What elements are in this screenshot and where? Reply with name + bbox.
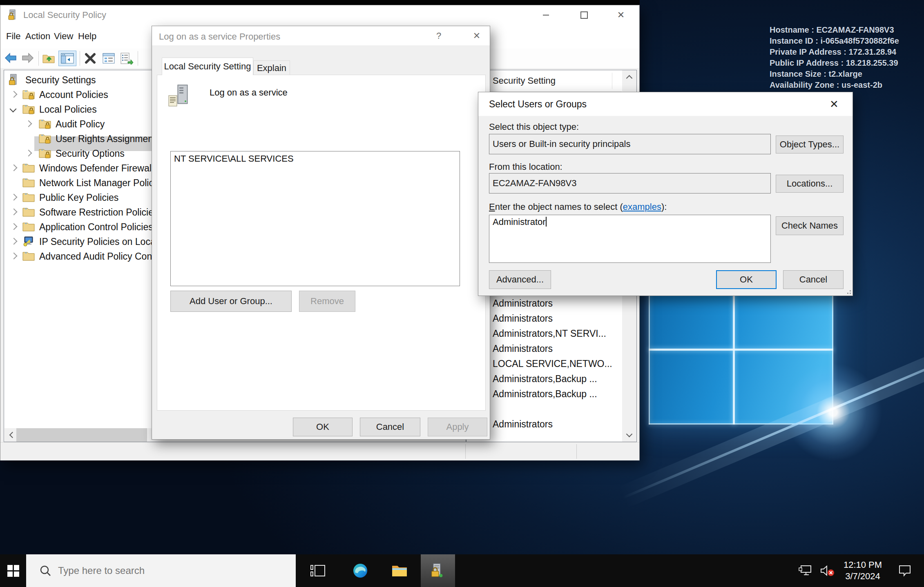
members-listbox[interactable]: NT SERVICE\ALL SERVICES <box>170 151 460 286</box>
security-setting-value: Administrators,NT SERVI... <box>493 328 606 339</box>
volume-muted-icon <box>819 564 835 577</box>
expander-chevron-icon[interactable] <box>11 209 18 216</box>
expander-chevron-icon[interactable] <box>11 194 18 201</box>
scrollbar-thumb[interactable] <box>16 428 147 442</box>
expander-chevron-icon[interactable] <box>11 223 18 230</box>
help-button[interactable]: ? <box>429 26 448 45</box>
button-label: Cancel <box>376 422 404 432</box>
mmc-titlebar[interactable]: Local Security Policy ✕ <box>0 5 639 25</box>
menu-action[interactable]: Action <box>25 31 50 42</box>
dialog-titlebar[interactable]: Select Users or Groups ✕ <box>478 92 853 116</box>
action-center-button[interactable] <box>893 554 917 587</box>
dialog-title: Log on as a service Properties <box>159 31 280 42</box>
tab-explain[interactable]: Explain <box>253 60 290 75</box>
select-users-or-groups-dialog: Select Users or Groups ✕ Select this obj… <box>478 92 853 296</box>
folder-icon <box>22 191 35 203</box>
expander-chevron-icon[interactable] <box>11 91 18 98</box>
menu-view[interactable]: View <box>54 31 73 42</box>
menu-file[interactable]: File <box>6 31 20 42</box>
object-types-button[interactable]: Object Types... <box>776 136 844 153</box>
close-button[interactable]: ✕ <box>609 5 633 25</box>
chevron-up-icon <box>626 75 633 82</box>
label-text: nter the object names to select ( <box>495 202 623 212</box>
properties-button[interactable] <box>101 51 116 66</box>
remove-button[interactable]: Remove <box>299 291 355 312</box>
close-button[interactable]: ✕ <box>467 26 486 45</box>
toolbar-separator <box>138 51 138 66</box>
screen: Hostname : EC2AMAZ-FAN98V3 Instance ID :… <box>0 0 924 587</box>
expander-chevron-icon[interactable] <box>10 106 17 113</box>
expander-chevron-icon[interactable] <box>11 165 18 171</box>
task-view-icon <box>310 564 325 578</box>
edge-icon <box>353 563 368 578</box>
examples-link[interactable]: examples <box>623 202 661 212</box>
taskbar-clock[interactable]: 12:10 PM 3/7/2024 <box>838 559 887 582</box>
scroll-down-button[interactable] <box>622 428 636 442</box>
toolbar-separator <box>80 51 80 66</box>
object-type-field[interactable]: Users or Built-in security principals <box>489 134 771 154</box>
tree-item-label: Public Key Policies <box>39 192 118 203</box>
folder-icon <box>22 177 35 188</box>
member-item[interactable]: NT SERVICE\ALL SERVICES <box>174 153 294 164</box>
add-user-or-group-button[interactable]: Add User or Group... <box>170 291 292 312</box>
search-input[interactable] <box>57 565 271 577</box>
minimize-button[interactable] <box>534 5 558 25</box>
local-security-policy-taskbar-button[interactable] <box>421 554 455 587</box>
scroll-up-button[interactable] <box>622 70 636 84</box>
chevron-left-icon <box>9 432 16 438</box>
console-tree-toggle-button[interactable] <box>58 51 76 66</box>
locations-button[interactable]: Locations... <box>776 175 844 193</box>
edge-browser-button[interactable] <box>346 554 375 587</box>
apply-button[interactable]: Apply <box>428 418 487 436</box>
ec2-availability-zone: Availability Zone : us-east-2b <box>770 80 899 91</box>
tree-item-label: Security Options <box>56 148 125 159</box>
object-type-label: Select this object type: <box>489 122 579 132</box>
close-button[interactable]: ✕ <box>825 94 844 114</box>
cancel-button[interactable]: Cancel <box>783 270 844 289</box>
advanced-button[interactable]: Advanced... <box>489 270 551 289</box>
button-label: Locations... <box>787 178 833 189</box>
column-divider[interactable] <box>612 73 612 89</box>
start-button[interactable] <box>0 554 26 587</box>
folder-up-icon <box>42 52 56 64</box>
column-header-security-setting[interactable]: Security Setting <box>493 76 556 86</box>
dialog-titlebar[interactable]: Log on as a service Properties ? ✕ <box>152 26 490 45</box>
export-list-button[interactable] <box>119 51 134 66</box>
expander-chevron-icon[interactable] <box>25 120 32 127</box>
search-icon <box>39 565 51 577</box>
tab-local-security-setting[interactable]: Local Security Setting <box>162 58 253 75</box>
file-explorer-button[interactable] <box>385 554 414 587</box>
tab-page: Log on as a service NT SERVICE\ALL SERVI… <box>157 75 486 411</box>
expander-chevron-icon[interactable] <box>25 150 32 157</box>
button-label: Remove <box>310 296 344 307</box>
ec2-instance-size: Instance Size : t2.xlarge <box>770 69 899 80</box>
network-tray-button[interactable] <box>794 554 816 587</box>
expander-chevron-icon[interactable] <box>11 238 18 245</box>
windows-start-icon <box>7 565 19 577</box>
folder-lock-icon <box>38 147 51 159</box>
menu-help[interactable]: Help <box>78 31 96 42</box>
up-one-level-button[interactable] <box>41 51 57 66</box>
task-view-button[interactable] <box>303 554 333 587</box>
clock-time: 12:10 PM <box>838 559 887 571</box>
volume-tray-button[interactable] <box>816 554 838 587</box>
forward-button[interactable] <box>20 51 36 66</box>
ec2-instance-id: Instance ID : i-065a48f5730882f6e <box>770 36 899 47</box>
tree-item-label: Security Settings <box>25 75 96 86</box>
label-text: ): <box>661 202 667 212</box>
delete-button[interactable] <box>83 51 98 66</box>
object-names-textarea[interactable]: Administrator <box>489 215 771 263</box>
check-names-button[interactable]: Check Names <box>776 216 844 235</box>
location-field[interactable]: EC2AMAZ-FAN98V3 <box>489 173 771 193</box>
resize-grip[interactable] <box>845 288 851 294</box>
taskbar-search[interactable] <box>26 554 296 587</box>
file-explorer-icon <box>391 564 408 578</box>
expander-chevron-icon[interactable] <box>11 253 18 260</box>
back-button[interactable] <box>3 51 18 66</box>
tree-item-label: Software Restriction Policies <box>39 207 158 218</box>
cancel-button[interactable]: Cancel <box>360 418 420 436</box>
ok-button[interactable]: OK <box>716 270 777 289</box>
ok-button[interactable]: OK <box>293 418 353 436</box>
light-glow <box>780 359 886 465</box>
maximize-button[interactable] <box>572 5 596 25</box>
